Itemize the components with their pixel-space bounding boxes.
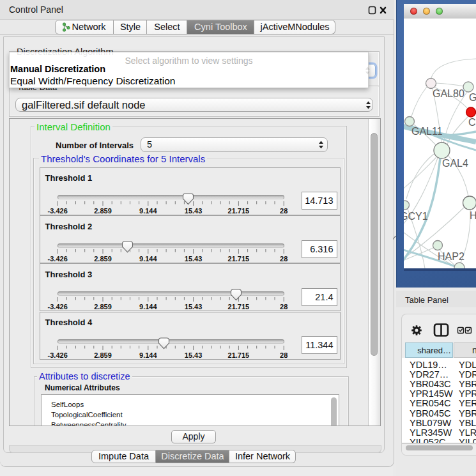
svg-text:C: C [468, 117, 476, 128]
svg-text:GA: GA [469, 92, 476, 103]
svg-text:HAP2: HAP2 [438, 251, 464, 262]
svg-text:GAL4: GAL4 [442, 158, 468, 169]
svg-text:GAL11: GAL11 [411, 126, 443, 137]
svg-text:GCY1: GCY1 [404, 211, 428, 222]
svg-text:H: H [470, 210, 476, 221]
svg-text:GAL80: GAL80 [433, 88, 464, 99]
